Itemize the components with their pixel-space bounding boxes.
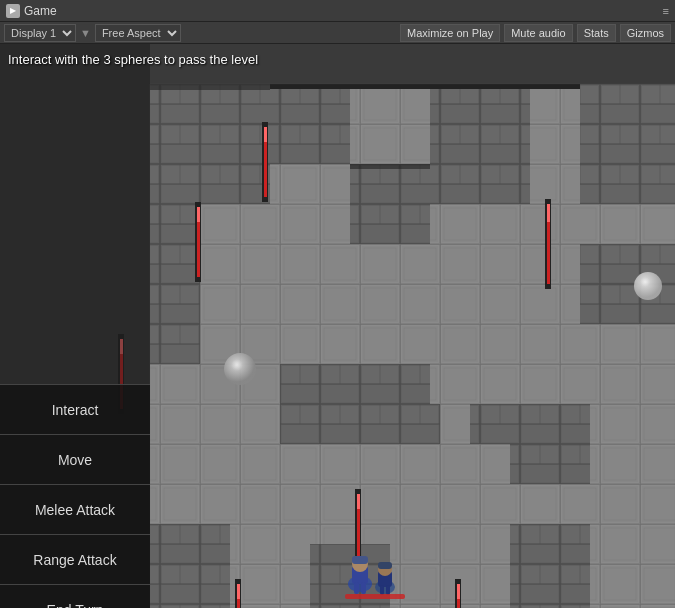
end-turn-button[interactable]: End Turn [0,584,150,608]
action-panel: Interact Move Melee Attack Range Attack … [0,384,150,608]
svg-rect-60 [547,204,550,222]
mute-audio-button[interactable]: Mute audio [504,24,572,42]
svg-rect-54 [197,207,200,222]
svg-rect-30 [150,204,200,364]
svg-rect-47 [350,164,430,169]
svg-rect-57 [264,127,267,142]
title-bar: ▶ Game ≡ [0,0,675,22]
svg-rect-28 [150,84,270,214]
game-icon: ▶ [6,4,20,18]
svg-rect-77 [352,556,368,564]
svg-rect-34 [280,364,440,444]
svg-rect-46 [150,84,270,90]
interact-button[interactable]: Interact [0,384,150,434]
maximize-on-play-button[interactable]: Maximize on Play [400,24,500,42]
svg-rect-44 [390,444,510,524]
svg-rect-84 [380,585,384,595]
melee-attack-button[interactable]: Melee Attack [0,484,150,534]
stats-button[interactable]: Stats [577,24,616,42]
toolbar: Display 1 ▼ Free Aspect Maximize on Play… [0,22,675,44]
aspect-select[interactable]: Free Aspect [95,24,181,42]
svg-rect-69 [457,584,460,599]
svg-rect-38 [510,524,590,608]
svg-rect-86 [345,594,405,599]
svg-rect-63 [357,494,360,509]
game-area[interactable]: Interact with the 3 spheres to pass the … [0,44,675,608]
svg-rect-43 [200,444,310,524]
svg-point-73 [640,277,650,287]
title-bar-text: Game [24,4,663,18]
hud-instruction: Interact with the 3 spheres to pass the … [8,52,258,67]
svg-rect-42 [430,204,580,404]
svg-point-71 [231,359,243,371]
gizmos-button[interactable]: Gizmos [620,24,671,42]
svg-rect-48 [430,84,530,89]
svg-rect-45 [590,324,675,524]
svg-rect-39 [200,204,350,364]
svg-rect-66 [237,584,240,599]
svg-rect-78 [354,582,359,594]
title-bar-menu[interactable]: ≡ [663,5,669,17]
svg-rect-83 [378,562,392,569]
svg-rect-36 [150,524,230,608]
svg-rect-79 [361,582,366,594]
svg-rect-29 [350,164,430,244]
range-attack-button[interactable]: Range Attack [0,534,150,584]
svg-rect-85 [386,585,390,595]
svg-rect-26 [430,84,530,204]
svg-rect-32 [580,84,675,204]
move-button[interactable]: Move [0,434,150,484]
display-select[interactable]: Display 1 [4,24,76,42]
